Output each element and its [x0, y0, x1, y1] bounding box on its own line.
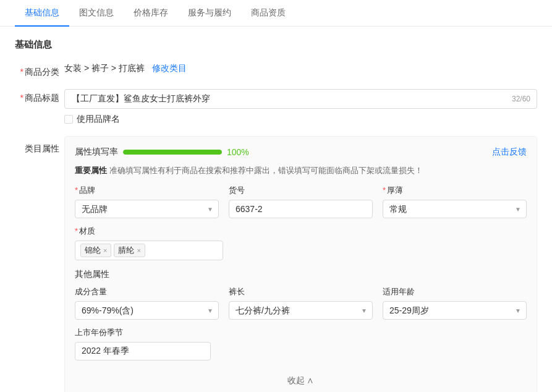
pants-length-select[interactable]: 七分裤/九分裤: [229, 302, 372, 319]
brand-field: *品牌 无品牌 ▼: [75, 185, 219, 218]
material-tags-field[interactable]: 锦纶 × 腈纶 ×: [75, 241, 223, 260]
thickness-select[interactable]: 常规: [383, 200, 526, 218]
other-attrs-grid: 成分含量 69%-79%(含) ▼ 裤长 七分裤/九分裤 ▼: [75, 286, 527, 320]
warning-label: 重要属性: [75, 166, 107, 175]
composition-select-wrapper: 69%-79%(含) ▼: [75, 301, 219, 320]
category-row: *商品分类 女装 > 裤子 > 打底裤 修改类目: [15, 63, 537, 78]
fill-rate-left: 属性填写率 100%: [75, 147, 249, 158]
launch-season-wrapper: 上市年份季节: [75, 327, 527, 360]
brand-select[interactable]: 无品牌: [75, 200, 218, 218]
brand-attr-label: *品牌: [75, 185, 219, 196]
category-content: 女装 > 裤子 > 打底裤 修改类目: [64, 63, 537, 74]
pants-length-label: 裤长: [229, 286, 373, 297]
brand-select-wrapper: 无品牌 ▼: [75, 200, 219, 218]
section-title: 基础信息: [15, 39, 537, 51]
tab-image[interactable]: 图文信息: [69, 0, 124, 26]
warning-row: 重要属性 准确填写属性有利于商品在搜索和推荐中露出，错误填写可能面临商品下架或流…: [75, 165, 527, 176]
progress-bar-fill: [123, 150, 222, 155]
fill-rate-pct: 100%: [227, 147, 249, 157]
age-range-label: 适用年龄: [383, 286, 527, 297]
composition-label: 成分含量: [75, 286, 219, 297]
age-range-field: 适用年龄 25-29周岁 ▼: [383, 286, 527, 320]
pants-length-field: 裤长 七分裤/九分裤 ▼: [229, 286, 373, 320]
tab-basic[interactable]: 基础信息: [15, 0, 69, 26]
brand-checkbox[interactable]: [64, 115, 73, 124]
thickness-select-wrapper: 常规 ▼: [383, 200, 527, 218]
brand-checkbox-label: 使用品牌名: [77, 114, 120, 125]
category-link[interactable]: 修改类目: [152, 63, 187, 73]
required-attrs-grid: *品牌 无品牌 ▼ 货号: [75, 185, 527, 218]
goods-no-input[interactable]: [229, 200, 373, 218]
tabs-bar: 基础信息 图文信息 价格库存 服务与履约 商品资质: [0, 0, 552, 27]
tab-qualify[interactable]: 商品资质: [241, 0, 295, 26]
warning-desc: 准确填写属性有利于商品在搜索和推荐中露出，错误填写可能面临商品下架或流量损失！: [109, 166, 423, 175]
tag-qinglun-close[interactable]: ×: [137, 247, 140, 254]
category-attrs-label: 类目属性: [15, 136, 64, 155]
attr-section: 属性填写率 100% 点击反馈 重要属性 准确填写属性有利于商品在搜索和推荐中露…: [64, 136, 537, 392]
warning-text: 重要属性 准确填写属性有利于商品在搜索和推荐中露出，错误填写可能面临商品下架或流…: [75, 166, 423, 175]
age-range-select-wrapper: 25-29周岁 ▼: [383, 301, 527, 320]
title-content: 32/60 使用品牌名: [64, 89, 537, 125]
title-input-wrapper: 32/60: [64, 89, 537, 109]
category-path: 女装 > 裤子 > 打底裤: [64, 59, 145, 73]
progress-bar-wrapper: [123, 150, 222, 155]
required-star-title: *: [20, 93, 23, 103]
material-label: *材质: [75, 226, 527, 237]
thickness-field: *厚薄 常规 ▼: [383, 185, 527, 218]
fill-rate-link[interactable]: 点击反馈: [492, 147, 527, 158]
tag-jinlun-close[interactable]: ×: [103, 247, 107, 254]
title-count: 32/60: [512, 95, 530, 103]
material-section: *材质 锦纶 × 腈纶 ×: [75, 226, 527, 260]
thickness-attr-label: *厚薄: [383, 185, 527, 196]
required-star: *: [20, 67, 23, 77]
other-attrs-label: 其他属性: [75, 269, 527, 280]
launch-season-label: 上市年份季节: [75, 327, 527, 338]
pants-length-select-wrapper: 七分裤/九分裤 ▼: [229, 301, 373, 320]
fill-rate-label: 属性填写率: [75, 147, 118, 158]
collapse-text: 收起 ∧: [287, 375, 315, 386]
tag-jinlun: 锦纶 ×: [80, 244, 111, 257]
category-attrs-row: 类目属性 属性填写率 100% 点击反馈: [15, 136, 537, 392]
category-label: *商品分类: [15, 63, 64, 78]
tab-service[interactable]: 服务与履约: [178, 0, 241, 26]
goods-no-field: 货号: [229, 185, 373, 218]
title-label: *商品标题: [15, 89, 64, 104]
tag-qinglun: 腈纶 ×: [114, 244, 145, 257]
composition-field: 成分含量 69%-79%(含) ▼: [75, 286, 219, 320]
tab-price[interactable]: 价格库存: [124, 0, 178, 26]
launch-season-input[interactable]: [75, 342, 211, 360]
category-attrs-content: 属性填写率 100% 点击反馈 重要属性 准确填写属性有利于商品在搜索和推荐中露…: [64, 136, 537, 392]
title-row: *商品标题 32/60 使用品牌名: [15, 89, 537, 125]
goods-no-attr-label: 货号: [229, 185, 373, 196]
age-range-select[interactable]: 25-29周岁: [383, 302, 526, 319]
page-content: 基础信息 *商品分类 女装 > 裤子 > 打底裤 修改类目 *商品标题 32/6…: [0, 27, 552, 392]
composition-select[interactable]: 69%-79%(含): [75, 302, 218, 319]
brand-checkbox-row: 使用品牌名: [64, 114, 537, 125]
fill-rate-row: 属性填写率 100% 点击反馈: [75, 147, 527, 158]
title-input[interactable]: [65, 90, 537, 108]
collapse-row[interactable]: 收起 ∧: [75, 370, 527, 391]
